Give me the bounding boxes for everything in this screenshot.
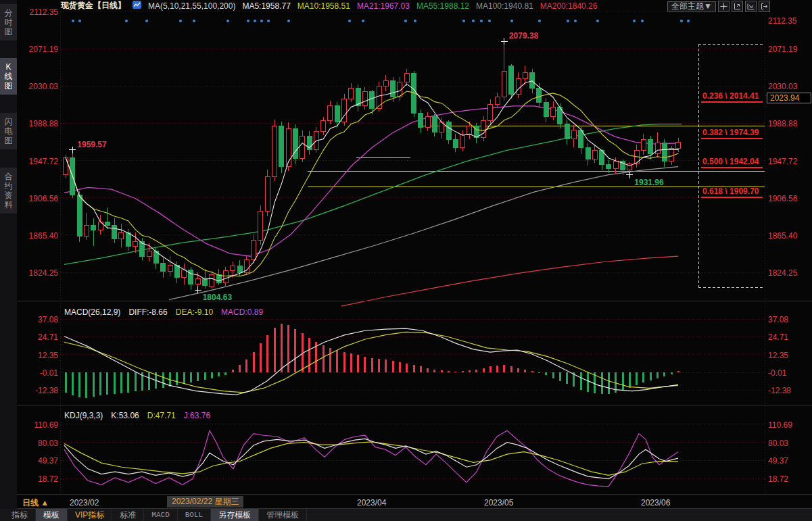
toolbar-tab-模板[interactable]: 模板 [36, 509, 68, 521]
trading-app-window: 分 时 图K 线 图闪 电 图合 约 资 料 现货黄金【日线】 MA(5,10,… [0, 0, 812, 521]
ma-legend: MA5:1958.77MA10:1958.51MA21:1967.03MA55:… [242, 1, 604, 11]
sidebar-item-分时图[interactable]: 分 时 图 [0, 4, 17, 41]
chart-canvas[interactable] [0, 0, 812, 521]
sidebar-item-K线图[interactable]: K 线 图 [0, 58, 17, 95]
macd-header: MACD(26,12,9) DIFF:-8.66DEA:-9.10MACD:0.… [64, 307, 263, 317]
ma-settings-label: MA(5,10,21,55,100,200) [148, 1, 235, 11]
ma-value: MA10:1958.51 [297, 1, 350, 11]
sidebar-item-闪电图[interactable]: 闪 电 图 [0, 113, 17, 149]
period-selector[interactable]: 日线 ▲ [22, 497, 49, 509]
ma-value: MA200:1840.26 [540, 1, 598, 11]
indicator-value: D:47.71 [147, 411, 176, 420]
toolbar-tab-指标[interactable]: 指标 [4, 509, 36, 521]
scale-vertical-icon[interactable] [732, 1, 743, 12]
toolbar-tab-VIP指标[interactable]: VIP指标 [68, 509, 112, 521]
bottom-toolbar: 指标模板VIP指标标准MACDBOLL另存模板管理模板 [0, 509, 812, 521]
indicator-value: MACD:0.89 [221, 307, 263, 317]
macd-title: MACD(26,12,9) [64, 307, 120, 317]
scale-horizontal-icon[interactable] [745, 1, 757, 12]
indicator-value: K:53.06 [111, 411, 139, 420]
toolbar-tab-MACD[interactable]: MACD [144, 509, 177, 521]
toolbar-tab-另存模板[interactable]: 另存模板 [211, 509, 259, 521]
left-tab-sidebar: 分 时 图K 线 图闪 电 图合 约 资 料 [0, 0, 17, 521]
selected-date-box: 2023/02/22 星期三 [167, 496, 243, 507]
exit-pane-icon[interactable] [759, 1, 770, 12]
ma-value: MA21:1967.03 [357, 1, 410, 11]
ma-value: MA5:1958.77 [242, 1, 290, 11]
chart-header: 现货黄金【日线】 MA(5,10,21,55,100,200) MA5:1958… [61, 1, 604, 11]
indicator-value: DIFF:-8.66 [128, 307, 167, 317]
symbol-and-period: 现货黄金【日线】 [61, 0, 126, 11]
indicator-value: DEA:-9.10 [176, 307, 213, 317]
toolbar-tab-标准[interactable]: 标准 [112, 509, 144, 521]
crosshair-icon[interactable] [718, 1, 730, 12]
kdj-values: K:53.06D:47.71J:63.76 [111, 411, 210, 420]
symbol-name: 现货黄金 [61, 1, 93, 10]
time-axis-bar: 日线 ▲ 2023/02/22 星期三 [0, 495, 812, 508]
kdj-header: KDJ(9,3,3) K:53.06D:47.71J:63.76 [64, 411, 210, 420]
macd-values: DIFF:-8.66DEA:-9.10MACD:0.89 [128, 307, 263, 317]
ma-value: MA55:1988.12 [416, 1, 469, 11]
sidebar-item-合约资料[interactable]: 合 约 资 料 [0, 168, 17, 214]
chart-svg [0, 0, 812, 521]
toolbar-tab-BOLL[interactable]: BOLL [178, 509, 211, 521]
kdj-title: KDJ(9,3,3) [64, 411, 103, 420]
theme-dropdown-button[interactable]: 全部主题▼ [667, 1, 716, 11]
ma-value: MA100:1940.81 [476, 1, 533, 11]
indicator-value: J:63.76 [184, 411, 210, 420]
toolbar-tab-管理模板[interactable]: 管理模板 [259, 509, 307, 521]
header-toolbar: 全部主题▼ [667, 1, 770, 12]
kline-icon [133, 1, 141, 11]
period-tag: 【日线】 [93, 1, 126, 10]
